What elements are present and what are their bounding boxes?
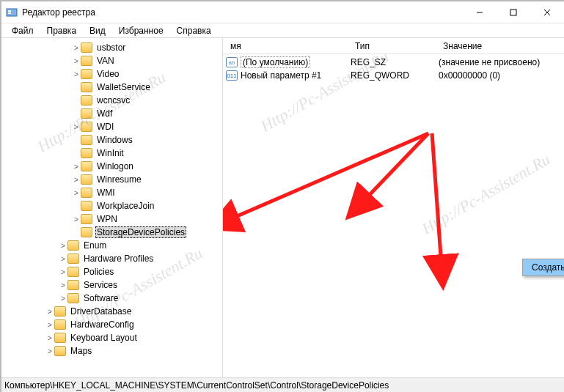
tree-node[interactable]: >DriverDatabase	[6, 305, 222, 318]
expand-icon[interactable]: >	[72, 163, 81, 171]
tree-node[interactable]: WalletService	[6, 81, 222, 94]
expand-icon[interactable]: >	[59, 268, 67, 276]
header-name[interactable]: мя	[226, 41, 351, 51]
minimize-button[interactable]	[463, 1, 497, 23]
expand-icon[interactable]: >	[59, 281, 67, 289]
folder-icon	[81, 201, 92, 211]
svg-line-9	[432, 133, 443, 287]
table-row[interactable]: ab(По умолчанию)REG_SZ(значение не присв…	[223, 56, 564, 69]
tree-node[interactable]: StorageDevicePolicies	[6, 226, 222, 239]
context-create-label: Создать	[532, 262, 564, 273]
tree-node[interactable]: >WPN	[6, 212, 222, 226]
tree-node-label: Enum	[82, 240, 108, 251]
expand-icon[interactable]: >	[59, 295, 67, 303]
value-data: 0x00000000 (0)	[439, 70, 564, 81]
menu-view[interactable]: Вид	[84, 24, 111, 37]
expand-icon[interactable]: >	[72, 189, 81, 197]
menu-edit[interactable]: Правка	[41, 24, 83, 37]
folder-icon	[54, 346, 66, 356]
tree-node[interactable]: >Winlogon	[6, 160, 222, 173]
tree-node-label: WalletService	[95, 82, 152, 92]
header-value[interactable]: Значение	[439, 41, 564, 51]
annotation-arrows	[223, 38, 564, 377]
folder-icon	[81, 148, 92, 158]
expand-icon[interactable]: >	[59, 255, 67, 263]
tree-node[interactable]: wcncsvc	[6, 94, 222, 107]
expand-icon[interactable]: >	[45, 347, 54, 355]
tree-node[interactable]: Windows	[6, 133, 222, 147]
tree-pane[interactable]: >usbstor>VAN>VideoWalletServicewcncsvcWd…	[1, 38, 223, 377]
folder-icon	[81, 135, 92, 145]
content-area: >usbstor>VAN>VideoWalletServicewcncsvcWd…	[1, 38, 564, 377]
tree-node-label: Maps	[69, 346, 93, 356]
tree-node[interactable]: >Services	[6, 278, 222, 292]
tree-node-label: Winlogon	[95, 161, 135, 171]
statusbar: Компьютер\HKEY_LOCAL_MACHINE\SYSTEM\Curr…	[1, 377, 564, 392]
svg-rect-2	[8, 12, 11, 14]
expand-icon[interactable]: >	[72, 123, 81, 131]
status-path: Компьютер\HKEY_LOCAL_MACHINE\SYSTEM\Curr…	[4, 380, 389, 391]
tree-node[interactable]: >Winresume	[6, 173, 222, 186]
folder-icon	[67, 293, 79, 303]
tree-node[interactable]: >Keyboard Layout	[6, 331, 222, 344]
maximize-button[interactable]	[497, 1, 530, 23]
tree-node[interactable]: WorkplaceJoin	[6, 199, 222, 212]
tree-node-label: WDI	[95, 122, 115, 132]
window-title: Редактор реестра	[22, 7, 463, 18]
tree-node-label: wcncsvc	[95, 95, 131, 106]
folder-icon	[81, 69, 92, 79]
svg-rect-1	[8, 10, 11, 12]
expand-icon[interactable]: >	[72, 176, 81, 184]
tree-node[interactable]: >Maps	[6, 344, 222, 358]
tree-node[interactable]: >WMI	[6, 186, 222, 199]
expand-icon[interactable]: >	[45, 321, 54, 329]
expand-icon[interactable]: >	[72, 57, 81, 65]
menu-help[interactable]: Справка	[171, 24, 217, 37]
folder-icon	[81, 122, 92, 132]
value-data: (значение не присвоено)	[439, 57, 564, 67]
expand-icon[interactable]: >	[45, 308, 54, 316]
registry-tree: >usbstor>VAN>VideoWalletServicewcncsvcWd…	[1, 38, 222, 360]
tree-node-label: DriverDatabase	[69, 306, 133, 317]
tree-node[interactable]: >Enum	[6, 239, 222, 252]
tree-node-label: Policies	[82, 267, 115, 277]
expand-icon[interactable]: >	[59, 242, 67, 250]
folder-icon	[67, 280, 79, 290]
tree-node[interactable]: WinInit	[6, 147, 222, 160]
tree-node[interactable]: >usbstor	[6, 41, 222, 54]
table-row[interactable]: 011Новый параметр #1REG_QWORD0x00000000 …	[223, 69, 564, 82]
expand-icon[interactable]: >	[72, 44, 81, 52]
context-create[interactable]: Создать ▶	[523, 259, 564, 275]
tree-node[interactable]: >VAN	[6, 54, 222, 67]
tree-node-label: Keyboard Layout	[69, 333, 139, 343]
menu-favorites[interactable]: Избранное	[113, 24, 169, 37]
tree-node[interactable]: >WDI	[6, 120, 222, 133]
value-type-icon: ab	[226, 57, 238, 67]
folder-icon	[67, 254, 79, 264]
value-type: REG_QWORD	[351, 70, 439, 81]
tree-node-label: Video	[95, 69, 120, 79]
tree-node[interactable]: >Software	[6, 292, 222, 305]
tree-node[interactable]: Wdf	[6, 107, 222, 120]
expand-icon[interactable]: >	[45, 334, 54, 342]
tree-node[interactable]: >HardwareConfig	[6, 318, 222, 331]
folder-icon	[81, 95, 92, 106]
tree-node-label: Services	[82, 280, 119, 290]
close-button[interactable]	[530, 1, 564, 23]
folder-icon	[54, 333, 66, 343]
tree-node[interactable]: >Video	[6, 67, 222, 81]
tree-node[interactable]: >Policies	[6, 265, 222, 278]
expand-icon[interactable]: >	[72, 70, 81, 78]
folder-icon	[81, 108, 92, 119]
expand-icon[interactable]: >	[72, 215, 81, 223]
watermark: Http://Pc-Assistent.Ru	[419, 149, 554, 238]
menu-file[interactable]: Файл	[6, 24, 40, 37]
tree-node-label: Windows	[95, 135, 134, 145]
svg-line-8	[348, 133, 428, 218]
list-header: мя Тип Значение	[223, 38, 564, 54]
value-name: (По умолчанию)	[241, 57, 351, 67]
header-type[interactable]: Тип	[351, 41, 439, 51]
list-pane[interactable]: мя Тип Значение ab(По умолчанию)REG_SZ(з…	[223, 38, 564, 377]
tree-node-label: HardwareConfig	[69, 319, 136, 330]
tree-node[interactable]: >Hardware Profiles	[6, 252, 222, 265]
